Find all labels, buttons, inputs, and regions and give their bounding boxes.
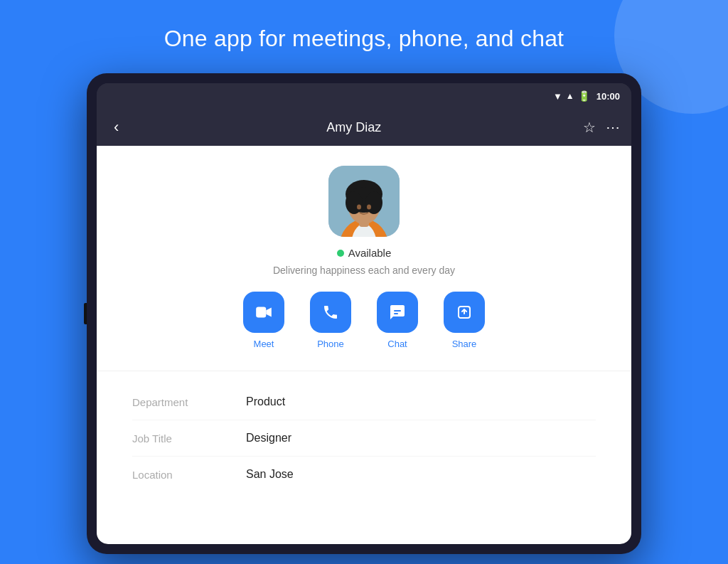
status-bar: ▼ ▲ 🔋 10:00 (97, 83, 631, 109)
svg-rect-13 (394, 313, 398, 314)
share-label: Share (452, 339, 477, 349)
department-label: Department (132, 396, 246, 408)
phone-label: Phone (317, 339, 344, 349)
meet-icon-circle (243, 292, 284, 333)
location-label: Location (132, 469, 246, 481)
svg-rect-12 (394, 310, 401, 312)
chat-icon-circle (377, 292, 418, 333)
status-icons: ▼ ▲ 🔋 10:00 (553, 90, 620, 102)
status-dot (337, 250, 344, 257)
tablet-device: ▼ ▲ 🔋 10:00 ‹ Amy Diaz ☆ ⋯ (87, 73, 641, 554)
share-icon-circle (444, 292, 485, 333)
department-value: Product (246, 395, 285, 408)
wifi-icon: ▼ (553, 91, 562, 102)
detail-row-location: Location San Jose (132, 457, 596, 492)
chat-label: Chat (387, 339, 407, 349)
phone-icon-circle (310, 292, 351, 333)
meet-button[interactable]: Meet (243, 292, 284, 349)
status-row: Available (337, 247, 392, 259)
tablet-screen: ▼ ▲ 🔋 10:00 ‹ Amy Diaz ☆ ⋯ (97, 83, 631, 544)
more-options-button[interactable]: ⋯ (606, 119, 620, 136)
svg-point-8 (365, 191, 382, 214)
share-button[interactable]: Share (444, 292, 485, 349)
detail-row-jobtitle: Job Title Designer (132, 420, 596, 457)
jobtitle-value: Designer (246, 432, 291, 445)
jobtitle-label: Job Title (132, 432, 246, 445)
nav-bar: ‹ Amy Diaz ☆ ⋯ (97, 109, 631, 146)
action-buttons: Meet Phone (243, 292, 485, 349)
profile-section: Available Delivering happiness each and … (97, 146, 631, 371)
details-section: Department Product Job Title Designer Lo… (97, 371, 631, 505)
favorite-button[interactable]: ☆ (583, 119, 596, 136)
back-button[interactable]: ‹ (108, 115, 124, 139)
svg-rect-11 (256, 307, 266, 317)
status-time: 10:00 (596, 91, 620, 102)
location-value: San Jose (246, 468, 294, 481)
content-area: Available Delivering happiness each and … (97, 146, 631, 544)
svg-point-9 (357, 205, 361, 210)
bio-text: Delivering happiness each and every day (273, 265, 455, 276)
phone-button[interactable]: Phone (310, 292, 351, 349)
meet-label: Meet (254, 339, 274, 349)
battery-icon: 🔋 (578, 90, 590, 102)
nav-title: Amy Diaz (326, 120, 381, 135)
svg-point-7 (346, 191, 363, 214)
signal-icon: ▲ (566, 91, 574, 101)
chat-button[interactable]: Chat (377, 292, 418, 349)
svg-point-10 (367, 205, 371, 210)
nav-actions: ☆ ⋯ (583, 119, 620, 136)
status-label: Available (348, 247, 392, 259)
detail-row-department: Department Product (132, 384, 596, 420)
avatar (328, 166, 400, 237)
